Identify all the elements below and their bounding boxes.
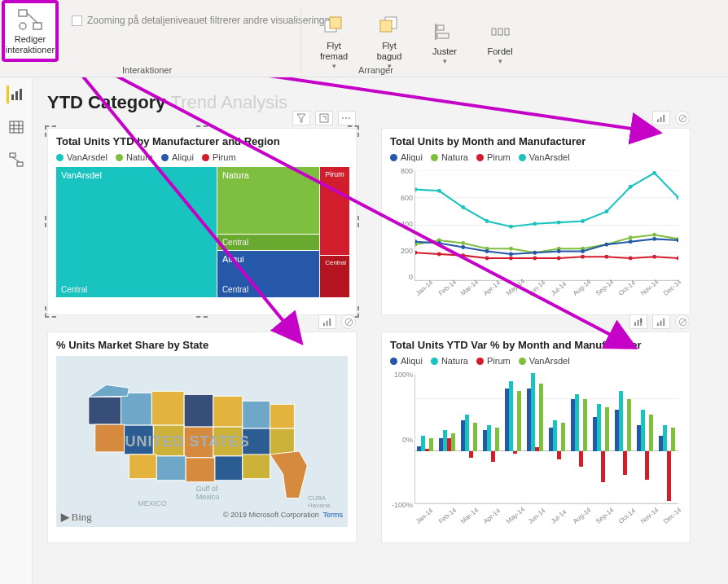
filter-interaction-icon[interactable]: [318, 314, 336, 329]
svg-rect-96: [95, 424, 125, 452]
svg-point-43: [581, 219, 585, 223]
treemap-title: Total Units YTD by Manufacturer and Regi…: [56, 135, 348, 147]
edit-interactions-button[interactable]: Rediger interaktioner: [2, 0, 59, 62]
linechart-body[interactable]: 8006004002000 Jan-14Feb-14Mar-14Apr-14Ma…: [390, 167, 682, 297]
barchart-body[interactable]: 100% 0% -100% Jan-14Feb-14Mar-14Apr-14Ma…: [390, 371, 682, 525]
legend-item[interactable]: Pirum: [476, 356, 511, 366]
svg-point-80: [604, 255, 608, 259]
distribute-button[interactable]: Fordel ▾: [476, 7, 524, 72]
barchart-plot: [414, 374, 678, 504]
highlight-interaction-icon[interactable]: [629, 314, 647, 329]
linechart-visual[interactable]: Total Units by Month and Manufacturer Al…: [381, 128, 691, 315]
chevron-down-icon: ▾: [332, 62, 336, 70]
svg-point-58: [652, 233, 656, 237]
legend-item[interactable]: Aliqui: [390, 356, 423, 366]
svg-point-41: [533, 222, 537, 226]
svg-rect-105: [186, 458, 215, 482]
svg-point-65: [533, 251, 537, 255]
svg-point-73: [437, 252, 441, 256]
align-button[interactable]: Juster ▾: [420, 7, 469, 72]
bring-forward-label: Flyt fremad: [320, 41, 348, 62]
svg-point-60: [415, 239, 417, 244]
filter-icon[interactable]: [292, 111, 310, 125]
ribbon-divider: [300, 8, 301, 73]
send-backward-button[interactable]: Flyt bagud ▾: [365, 7, 414, 72]
svg-marker-109: [89, 384, 129, 397]
more-options-icon[interactable]: ⋯: [338, 111, 356, 125]
interaction-controls: [652, 111, 690, 125]
legend-item[interactable]: Pirum: [202, 152, 236, 162]
drill-filters-checkbox[interactable]: Zooming på detaljeniveauet filtrerer and…: [72, 15, 333, 26]
barchart-y-axis: 100% 0% -100%: [390, 371, 413, 509]
distribute-label: Fordel: [487, 46, 512, 57]
model-view-button[interactable]: [7, 151, 26, 169]
focus-icon[interactable]: [315, 111, 333, 125]
svg-rect-107: [243, 454, 270, 479]
map-gulf-label: Gulf of Mexico: [196, 485, 220, 501]
treemap-cell-sub: Central: [325, 259, 344, 266]
svg-rect-94: [243, 401, 270, 428]
filter-interaction-icon[interactable]: [652, 314, 670, 329]
interactions-icon: [17, 7, 43, 33]
report-view-button[interactable]: [7, 86, 26, 103]
none-interaction-icon[interactable]: [341, 314, 356, 329]
data-view-button[interactable]: [7, 118, 26, 136]
svg-rect-92: [184, 394, 213, 427]
svg-point-64: [509, 252, 513, 256]
svg-rect-12: [498, 29, 502, 35]
bring-forward-icon: [323, 13, 344, 39]
map-body[interactable]: UNITED STATES Gulf of Mexico MEXICO CUBA…: [56, 356, 348, 527]
barchart-visual[interactable]: Total Units YTD Var % by Month and Manuf…: [381, 332, 691, 543]
none-interaction-icon[interactable]: [675, 111, 690, 125]
svg-rect-85: [326, 320, 327, 325]
legend-item[interactable]: VanArsdel: [519, 356, 570, 366]
svg-point-37: [437, 189, 441, 193]
legend-item[interactable]: VanArsdel: [519, 152, 570, 162]
linechart-plot: [414, 170, 678, 281]
treemap-cell-sub: Central: [222, 285, 314, 294]
svg-rect-16: [20, 89, 22, 100]
svg-rect-27: [660, 116, 661, 121]
svg-point-81: [629, 257, 633, 261]
legend-item[interactable]: Natura: [431, 152, 468, 162]
svg-rect-111: [637, 319, 638, 325]
map-cuba-label: CUBA Havana: [308, 494, 331, 509]
linechart-legend: Aliqui Natura Pirum VanArsdel: [390, 152, 682, 162]
legend-item[interactable]: Pirum: [476, 152, 511, 162]
svg-rect-93: [213, 396, 243, 427]
treemap-cell-label: Natura: [222, 170, 314, 180]
svg-line-3: [27, 13, 37, 23]
map-terms-link[interactable]: Terms: [323, 511, 344, 519]
legend-item[interactable]: Natura: [116, 152, 153, 162]
treemap-legend: VanArsdel Natura Aliqui Pirum: [56, 152, 348, 162]
map-footer: ▶ Bing © 2019 Microsoft Corporation Term…: [61, 511, 343, 524]
ribbon: Rediger interaktioner Zooming på detalje…: [0, 0, 728, 77]
barchart-title: Total Units YTD Var % by Month and Manuf…: [390, 339, 682, 351]
map-visual[interactable]: % Units Market Share by State: [47, 332, 357, 543]
align-label: Juster: [432, 46, 457, 57]
svg-rect-116: [663, 318, 664, 325]
map-title: % Units Market Share by State: [56, 339, 348, 351]
svg-line-88: [346, 319, 351, 324]
svg-point-61: [437, 241, 441, 245]
legend-item[interactable]: VanArsdel: [56, 152, 107, 162]
svg-point-52: [509, 247, 513, 251]
report-canvas[interactable]: YTD Category Trend Analysis ⋯ Total Unit…: [33, 77, 728, 584]
none-interaction-icon[interactable]: [675, 314, 690, 329]
filter-interaction-icon[interactable]: [652, 111, 670, 125]
send-backward-icon: [379, 13, 400, 39]
bring-forward-button[interactable]: Flyt fremad ▾: [309, 7, 358, 72]
treemap-body[interactable]: VanArsdel Central Natura Central Aliqui: [56, 167, 348, 297]
map-copyright: © 2019 Microsoft Corporation: [223, 511, 319, 519]
svg-rect-8: [437, 25, 444, 30]
legend-item[interactable]: Aliqui: [390, 152, 423, 162]
svg-rect-86: [329, 318, 331, 325]
visual-header: ⋯: [292, 111, 356, 125]
interaction-controls: [629, 314, 690, 329]
legend-item[interactable]: Natura: [431, 356, 468, 366]
svg-point-57: [629, 235, 633, 239]
svg-rect-26: [657, 119, 659, 122]
svg-point-72: [415, 251, 417, 255]
legend-item[interactable]: Aliqui: [161, 152, 194, 162]
treemap-visual[interactable]: ⋯ Total Units YTD by Manufacturer and Re…: [47, 128, 357, 315]
